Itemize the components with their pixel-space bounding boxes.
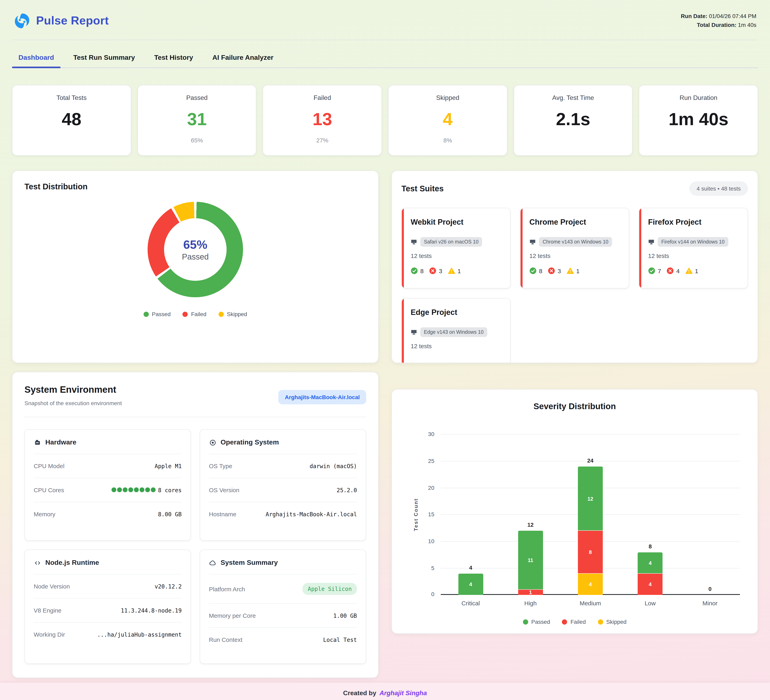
device-badge: Chrome v143 on Windows 10 bbox=[539, 237, 612, 247]
env-label: Working Dir bbox=[34, 631, 65, 638]
env-row-hostname: Hostname Arghajits-MacBook-Air.local bbox=[209, 502, 357, 526]
hardware-title: Hardware bbox=[45, 439, 76, 447]
operating-system-title: Operating System bbox=[221, 439, 279, 447]
env-row-memory: Memory 8.00 GB bbox=[34, 502, 182, 526]
donut-center-label: Passed bbox=[182, 252, 209, 262]
distribution-legend: Passed Failed Skipped bbox=[144, 311, 247, 318]
env-label: OS Type bbox=[209, 463, 232, 470]
env-label: OS Version bbox=[209, 487, 239, 494]
x-circle-icon bbox=[667, 267, 674, 275]
failed-dot-icon bbox=[183, 312, 188, 317]
env-value: Apple M1 bbox=[155, 463, 182, 469]
severity-y-axis-label: Test Count bbox=[413, 498, 419, 531]
legend-label: Skipped bbox=[227, 311, 247, 318]
env-value: v20.12.2 bbox=[155, 583, 182, 590]
stat-value: 48 bbox=[62, 110, 81, 128]
env-label: V8 Engine bbox=[34, 607, 61, 614]
nodejs-runtime-card: Node.js Runtime Node Version v20.12.2 V8… bbox=[24, 550, 191, 664]
env-label: Memory per Core bbox=[209, 612, 256, 619]
stat-label: Failed bbox=[314, 94, 331, 102]
test-suites-title: Test Suites bbox=[401, 184, 443, 193]
system-environment-title: System Environment bbox=[24, 384, 122, 395]
suite-skipped-count: 1 bbox=[695, 267, 698, 274]
env-label: CPU Model bbox=[34, 463, 65, 470]
monitor-icon bbox=[529, 239, 536, 245]
suites-grid: Webkit Project Safari v26 on macOS 10 12… bbox=[401, 208, 748, 363]
device-badge: Safari v26 on macOS 10 bbox=[420, 237, 482, 247]
tab-test-run-summary[interactable]: Test Run Summary bbox=[73, 51, 136, 68]
brand: Pulse Report bbox=[14, 12, 109, 29]
env-label: Hostname bbox=[209, 511, 236, 518]
created-by-label: Created by bbox=[343, 690, 376, 697]
env-value: ...ha/juliaHub-assignment bbox=[97, 631, 182, 638]
env-row-v8-engine: V8 Engine 11.3.244.8-node.19 bbox=[34, 599, 182, 623]
severity-distribution-title: Severity Distribution bbox=[406, 402, 744, 412]
suite-card-firefox[interactable]: Firefox Project Firefox v144 on Windows … bbox=[639, 208, 748, 288]
x-circle-icon bbox=[548, 267, 555, 275]
code-icon bbox=[34, 559, 41, 567]
test-distribution-panel: Test Distribution 65% Passed Passed bbox=[12, 171, 379, 363]
check-circle-icon bbox=[529, 267, 537, 275]
env-value: 25.2.0 bbox=[336, 487, 357, 493]
page-footer: Created byArghajit Singha Crafted with p… bbox=[0, 683, 770, 700]
severity-distribution-panel: Severity Distribution 302520151050 Test … bbox=[391, 389, 758, 634]
device-badge: Firefox v144 on Windows 10 bbox=[658, 237, 728, 247]
right-column: Test Suites 4 suites • 48 tests Webkit P… bbox=[391, 171, 758, 634]
monitor-icon bbox=[411, 329, 417, 335]
total-duration-label: Total Duration: bbox=[697, 21, 736, 28]
stat-card-run-duration: Run Duration 1m 40s bbox=[639, 85, 758, 156]
suite-failed-count: 3 bbox=[558, 267, 561, 274]
env-row-os-version: OS Version 25.2.0 bbox=[209, 478, 357, 502]
env-row-cpu-cores: CPU Cores 8 cores bbox=[34, 478, 182, 502]
suite-title: Firefox Project bbox=[648, 218, 740, 227]
suites-count-badge: 4 suites • 48 tests bbox=[689, 181, 748, 196]
passed-dot-icon bbox=[144, 312, 149, 317]
env-label: CPU Cores bbox=[34, 487, 64, 494]
hardware-card: Hardware CPU Model Apple M1 CPU Cores 8 … bbox=[24, 429, 191, 541]
cloud-icon bbox=[209, 559, 217, 567]
stat-value: 4 bbox=[443, 110, 453, 128]
suite-skipped-count: 1 bbox=[576, 267, 579, 274]
stat-value: 1m 40s bbox=[668, 110, 728, 128]
platform-arch-badge: Apple Silicon bbox=[302, 583, 357, 595]
warning-triangle-icon bbox=[448, 267, 455, 275]
env-row-working-dir: Working Dir ...ha/juliaHub-assignment bbox=[34, 623, 182, 647]
suite-passed-count: 8 bbox=[420, 267, 424, 274]
severity-bar-chart: 302520151050 Test Count 4412111244812844… bbox=[441, 435, 740, 595]
env-row-cpu-model: CPU Model Apple M1 bbox=[34, 454, 182, 478]
stat-card-avg-test-time: Avg. Test Time 2.1s bbox=[514, 85, 632, 156]
suite-card-chrome[interactable]: Chrome Project Chrome v143 on Windows 10… bbox=[520, 208, 629, 288]
env-value: Local Test bbox=[323, 637, 357, 643]
stat-card-failed: Failed 13 27% bbox=[263, 85, 382, 156]
suite-card-webkit[interactable]: Webkit Project Safari v26 on macOS 10 12… bbox=[401, 208, 511, 288]
stat-sub: 8% bbox=[443, 137, 452, 144]
nodejs-runtime-title: Node.js Runtime bbox=[45, 559, 99, 567]
suite-tests-count: 12 tests bbox=[411, 253, 503, 259]
system-environment-panel: System Environment Snapshot of the execu… bbox=[12, 372, 379, 678]
author-link[interactable]: Arghajit Singha bbox=[379, 690, 427, 697]
suite-skipped-count: 1 bbox=[458, 267, 461, 274]
monitor-icon bbox=[411, 239, 417, 245]
env-value: 8.00 GB bbox=[158, 511, 182, 517]
suite-tests-count: 12 tests bbox=[411, 343, 503, 350]
stat-label: Total Tests bbox=[57, 94, 87, 102]
target-icon bbox=[209, 439, 217, 446]
suite-passed-count: 8 bbox=[539, 267, 542, 274]
tab-test-history[interactable]: Test History bbox=[154, 51, 194, 68]
suite-card-edge[interactable]: Edge Project Edge v143 on Windows 10 12 … bbox=[401, 298, 511, 363]
total-duration-value: 1m 40s bbox=[738, 21, 756, 28]
stat-label: Avg. Test Time bbox=[552, 94, 594, 102]
run-meta: Run Date: 01/04/26 07:44 PM Total Durati… bbox=[681, 12, 756, 29]
tab-bar: Dashboard Test Run Summary Test History … bbox=[12, 51, 758, 68]
stat-value: 13 bbox=[312, 110, 332, 128]
stat-card-passed: Passed 31 65% bbox=[138, 85, 256, 156]
suite-tests-count: 12 tests bbox=[529, 253, 622, 259]
tab-dashboard[interactable]: Dashboard bbox=[18, 51, 55, 68]
tab-ai-failure-analyzer[interactable]: AI Failure Analyzer bbox=[212, 51, 274, 68]
suite-title: Chrome Project bbox=[529, 218, 622, 227]
stat-card-skipped: Skipped 4 8% bbox=[388, 85, 507, 156]
left-column: Test Distribution 65% Passed Passed bbox=[12, 171, 379, 678]
env-value: darwin (macOS) bbox=[310, 463, 357, 469]
stat-sub: 27% bbox=[316, 137, 328, 144]
donut-center-value: 65% bbox=[183, 238, 207, 251]
